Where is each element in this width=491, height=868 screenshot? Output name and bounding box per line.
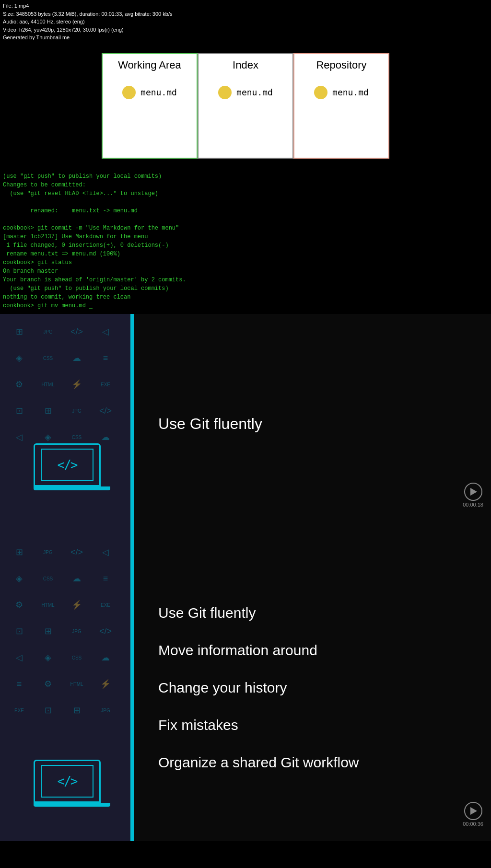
pat-icon: ⊞ bbox=[5, 539, 34, 566]
panel2-play-button[interactable] bbox=[464, 802, 482, 820]
laptop-body-2: </> bbox=[34, 760, 101, 803]
play-triangle-icon-1 bbox=[470, 488, 477, 496]
pat-icon: ⚙ bbox=[34, 671, 62, 697]
pat-icon: HTML bbox=[34, 371, 62, 398]
terminal-line-8: rename menu.txt => menu.md (100%) bbox=[3, 250, 488, 258]
pat-icon: </> bbox=[62, 539, 91, 566]
pat-icon: CSS bbox=[34, 566, 62, 592]
course-item-2: Change your history bbox=[158, 669, 491, 706]
panel1-play-button[interactable] bbox=[464, 483, 482, 501]
pat-icon: ⊞ bbox=[5, 319, 34, 345]
pat-icon: ≡ bbox=[91, 566, 120, 592]
pat-icon: ☁ bbox=[62, 566, 91, 592]
pat-icon: </> bbox=[91, 398, 120, 424]
diagram-section: Working Area menu.md Index menu.md Repos… bbox=[0, 44, 491, 168]
terminal-line-10: On branch master bbox=[3, 267, 488, 276]
pat-icon: ⊡ bbox=[34, 697, 62, 724]
diagram-box-repo: Repository menu.md bbox=[293, 53, 389, 159]
pat-icon: JPG bbox=[62, 618, 91, 645]
pat-icon: ⊡ bbox=[5, 398, 34, 424]
diagram-box-working: Working Area menu.md bbox=[102, 53, 198, 159]
course-item-4: Organize a shared Git workflow bbox=[158, 744, 491, 781]
terminal-line-3: (use "git reset HEAD <file>..." to unsta… bbox=[3, 189, 488, 198]
terminal-line-2: Changes to be committed: bbox=[3, 181, 488, 189]
pat-icon: </> bbox=[62, 319, 91, 345]
terminal-line-1: (use "git push" to publish your local co… bbox=[3, 172, 488, 181]
terminal-line-5: cookbook> git commit -m "Use Markdown fo… bbox=[3, 224, 488, 232]
pat-icon: JPG bbox=[62, 398, 91, 424]
pat-icon: ◈ bbox=[34, 645, 62, 671]
pat-icon: </> bbox=[91, 618, 120, 645]
panel2-left-bg: ⊞ JPG </> ◁ ◈ CSS ☁ ≡ ⚙ HTML ⚡ EXE ⊡ ⊞ J… bbox=[0, 534, 134, 841]
panel2-timestamp: 00:00:36 bbox=[463, 821, 483, 827]
pat-icon: ⚙ bbox=[5, 592, 34, 618]
terminal-line-11: Your branch is ahead of 'origin/master' … bbox=[3, 276, 488, 284]
pat-icon: JPG bbox=[34, 539, 62, 566]
pat-icon: EXE bbox=[91, 371, 120, 398]
pat-icon: ◈ bbox=[5, 345, 34, 371]
play-triangle-icon-2 bbox=[470, 807, 477, 815]
panel1-left-bg: ⊞ JPG </> ◁ ◈ CSS ☁ ≡ ⚙ HTML ⚡ EXE ⊡ ⊞ J… bbox=[0, 314, 134, 534]
meta-generated: Generated by Thumbnail me bbox=[3, 34, 488, 42]
pat-icon: CSS bbox=[34, 345, 62, 371]
pat-icon: ◁ bbox=[91, 319, 120, 345]
index-filename: menu.md bbox=[236, 87, 273, 97]
laptop-screen-inner-1: </> bbox=[41, 449, 94, 481]
working-area-label: Working Area bbox=[118, 54, 181, 86]
pat-icon: JPG bbox=[91, 697, 120, 724]
meta-bar: File: 1.mp4 Size: 3485053 bytes (3.32 Mi… bbox=[0, 0, 491, 44]
terminal-line-9: cookbook> git status bbox=[3, 258, 488, 267]
course-item-0: Use Git fluently bbox=[158, 594, 491, 632]
pat-icon: ⊞ bbox=[62, 697, 91, 724]
pat-icon: EXE bbox=[5, 697, 34, 724]
repo-file: menu.md bbox=[314, 86, 369, 99]
pat-icon: CSS bbox=[62, 645, 91, 671]
working-filename: menu.md bbox=[140, 87, 177, 97]
pat-icon: ≡ bbox=[5, 671, 34, 697]
video-panel-2: ⊞ JPG </> ◁ ◈ CSS ☁ ≡ ⚙ HTML ⚡ EXE ⊡ ⊞ J… bbox=[0, 534, 491, 841]
pat-icon: ⚡ bbox=[62, 592, 91, 618]
pat-icon: HTML bbox=[62, 671, 91, 697]
meta-size: Size: 3485053 bytes (3.32 MiB), duration… bbox=[3, 10, 488, 18]
panel2-play-overlay: 00:00:36 bbox=[463, 802, 483, 827]
terminal-line-6: [master 1cb2137] Use Markdown for the me… bbox=[3, 232, 488, 241]
pat-icon: ◈ bbox=[5, 566, 34, 592]
course-item-3: Fix mistakes bbox=[158, 706, 491, 744]
teal-bar-1 bbox=[130, 314, 134, 534]
panel1-title: Use Git fluently bbox=[158, 415, 262, 433]
pat-icon: ◁ bbox=[91, 539, 120, 566]
repo-label: Repository bbox=[316, 54, 366, 86]
icon-pattern-1: ⊞ JPG </> ◁ ◈ CSS ☁ ≡ ⚙ HTML ⚡ EXE ⊡ ⊞ J… bbox=[0, 314, 134, 534]
pat-icon: ≡ bbox=[91, 345, 120, 371]
panel1-timestamp: 00:00:18 bbox=[463, 502, 483, 508]
terminal-line-4: renamed: menu.txt -> menu.md bbox=[3, 207, 488, 215]
pat-icon: ⊞ bbox=[34, 618, 62, 645]
pat-icon: ⊞ bbox=[34, 398, 62, 424]
laptop-base-1 bbox=[34, 486, 110, 490]
panel2-right: Use Git fluently Move information around… bbox=[134, 534, 491, 841]
laptop-illustration-1: </> bbox=[34, 443, 101, 496]
pat-icon: EXE bbox=[91, 592, 120, 618]
index-file: menu.md bbox=[218, 86, 273, 99]
course-item-1: Move information around bbox=[158, 632, 491, 669]
index-label: Index bbox=[233, 54, 258, 86]
pat-icon: ⊡ bbox=[5, 618, 34, 645]
laptop-body-1: </> bbox=[34, 443, 101, 486]
panel1-right: Use Git fluently 00:00:18 bbox=[134, 314, 491, 534]
meta-audio: Audio: aac, 44100 Hz, stereo (eng) bbox=[3, 18, 488, 26]
meta-video: Video: h264, yuv420p, 1280x720, 30.00 fp… bbox=[3, 26, 488, 34]
teal-bar-2 bbox=[130, 534, 134, 841]
terminal-line-7: 1 file changed, 0 insertions(+), 0 delet… bbox=[3, 241, 488, 250]
pat-icon: ☁ bbox=[91, 645, 120, 671]
terminal-line-blank1 bbox=[3, 198, 488, 207]
pat-icon: ⚡ bbox=[62, 371, 91, 398]
repo-file-dot bbox=[314, 86, 327, 99]
meta-filename: File: 1.mp4 bbox=[3, 2, 488, 10]
terminal-section: (use "git push" to publish your local co… bbox=[0, 168, 491, 314]
repo-filename: menu.md bbox=[332, 87, 369, 97]
laptop-screen-inner-2: </> bbox=[41, 765, 94, 798]
pat-icon: HTML bbox=[34, 592, 62, 618]
pat-icon: ⚡ bbox=[91, 671, 120, 697]
video-panel-1: ⊞ JPG </> ◁ ◈ CSS ☁ ≡ ⚙ HTML ⚡ EXE ⊡ ⊞ J… bbox=[0, 314, 491, 534]
terminal-line-12: (use "git push" to publish your local co… bbox=[3, 284, 488, 293]
